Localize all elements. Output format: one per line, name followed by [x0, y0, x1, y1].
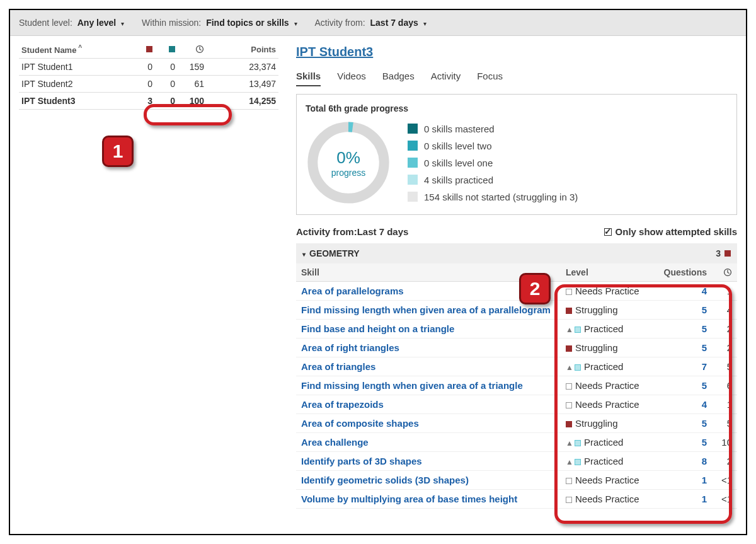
student-name-link[interactable]: IPT Student3	[296, 45, 737, 59]
tab-focus[interactable]: Focus	[477, 71, 503, 86]
cell-level: Needs Practice	[561, 490, 655, 509]
table-row: Identify parts of 3D shapes▲Practiced82	[296, 452, 737, 471]
level-icon	[566, 478, 572, 484]
skill-link[interactable]: Identify parts of 3D shapes	[301, 456, 422, 466]
section-header-geometry[interactable]: ▾GEOMETRY 3	[296, 243, 737, 263]
level-icon	[575, 440, 581, 446]
cell-time: 2	[712, 320, 737, 339]
cell-level: ▲Practiced	[561, 357, 655, 376]
table-row[interactable]: IPT Student2006113,497	[19, 76, 278, 93]
cell-struggling: 3	[132, 93, 155, 110]
skill-link[interactable]: Area of triangles	[301, 361, 375, 372]
table-row: Area of composite shapesStruggling55	[296, 414, 737, 433]
skill-link[interactable]: Area of composite shapes	[301, 418, 419, 429]
legend-mastered: 0 skills mastered	[408, 124, 578, 134]
col-struggling[interactable]	[132, 41, 155, 59]
cell-struggling: 0	[132, 76, 155, 93]
skills-table: Skill Level Questions Area of parallelog…	[296, 263, 737, 509]
sort-ascending-icon: ^	[76, 44, 82, 51]
cell-time: 1	[712, 395, 737, 414]
skill-link[interactable]: Area of trapezoids	[301, 399, 384, 410]
skill-link[interactable]: Find missing length when given area of a…	[301, 380, 523, 391]
cell-time: 4	[712, 301, 737, 320]
cell-level: ▲Practiced	[561, 452, 655, 471]
student-name: IPT Student3	[19, 93, 132, 110]
cell-questions: 5	[655, 320, 712, 339]
progress-sublabel: progress	[331, 168, 365, 178]
progress-card: Total 6th grade progress 0% progress	[296, 94, 737, 215]
legend-not-started: 154 skills not started (struggling in 3)	[408, 192, 578, 202]
progress-percent: 0%	[336, 148, 360, 168]
skill-link[interactable]: Identify geometric solids (3D shapes)	[301, 475, 469, 485]
table-row: Area of right trianglesStruggling52	[296, 339, 737, 357]
col-skill[interactable]: Skill	[296, 263, 561, 282]
col-level[interactable]: Level	[561, 263, 655, 282]
level-icon	[566, 383, 572, 390]
chevron-down-icon: ▾	[423, 20, 427, 27]
cell-level: Struggling	[561, 414, 655, 433]
table-row[interactable]: IPT Student10015923,374	[19, 59, 278, 76]
col-time[interactable]	[712, 263, 737, 282]
cell-questions: 4	[655, 282, 712, 301]
filter-value: Any level	[77, 18, 116, 28]
col-time[interactable]	[178, 41, 207, 59]
annotation-badge: 1	[102, 136, 134, 167]
skill-link[interactable]: Volume by multiplying area of base times…	[301, 494, 517, 504]
table-row: Volume by multiplying area of base times…	[296, 490, 737, 509]
filter-activity-from[interactable]: Activity from: Last 7 days ▾	[315, 18, 427, 28]
activity-from-label: Activity from:Last 7 days	[296, 226, 408, 237]
filter-label: Within mission:	[142, 18, 201, 28]
cell-level: Needs Practice	[561, 395, 655, 414]
tab-skills[interactable]: Skills	[296, 71, 321, 86]
cell-time: 1	[712, 282, 737, 301]
skill-link[interactable]: Find base and height on a triangle	[301, 323, 454, 334]
swatch-icon	[408, 124, 418, 134]
skill-link[interactable]: Area of parallelograms	[301, 286, 404, 296]
skill-link[interactable]: Area of right triangles	[301, 342, 399, 353]
cell-time: 159	[178, 59, 207, 76]
struggling-icon	[724, 250, 731, 257]
filter-value: Find topics or skills	[206, 18, 289, 28]
col-mastered[interactable]	[155, 41, 178, 59]
tab-activity[interactable]: Activity	[431, 71, 461, 86]
col-questions[interactable]: Questions	[655, 263, 712, 282]
filter-student-level[interactable]: Student level: Any level ▾	[19, 18, 124, 28]
cell-time: 61	[178, 76, 207, 93]
level-icon	[566, 289, 572, 295]
col-student-name[interactable]: Student Name ^	[19, 41, 132, 59]
swatch-icon	[408, 192, 418, 202]
table-row: Area challenge▲Practiced510	[296, 433, 737, 452]
filter-value: Last 7 days	[370, 18, 418, 28]
cell-questions: 5	[655, 301, 712, 320]
cell-time: 100	[178, 93, 207, 110]
student-name: IPT Student2	[19, 76, 132, 93]
cell-mastered: 0	[155, 59, 178, 76]
cell-mastered: 0	[155, 93, 178, 110]
level-icon	[566, 421, 572, 427]
legend-practiced: 4 skills practiced	[408, 175, 578, 185]
student-table: Student Name ^ Points IPT Student1001592…	[19, 41, 278, 110]
cell-questions: 4	[655, 395, 712, 414]
cell-questions: 5	[655, 339, 712, 357]
tab-videos[interactable]: Videos	[337, 71, 366, 86]
struggling-icon	[146, 46, 152, 52]
filter-bar: Student level: Any level ▾ Within missio…	[10, 10, 746, 36]
table-row[interactable]: IPT Student33010014,255	[19, 93, 278, 110]
cell-questions: 8	[655, 452, 712, 471]
filter-within-mission[interactable]: Within mission: Find topics or skills ▾	[142, 18, 297, 28]
cell-points: 23,374	[207, 59, 278, 76]
section-struggling-count: 3	[716, 248, 731, 258]
cell-time: <1	[712, 490, 737, 509]
student-name: IPT Student1	[19, 59, 132, 76]
cell-level: Needs Practice	[561, 282, 655, 301]
cell-time: 10	[712, 433, 737, 452]
cell-time: 2	[712, 339, 737, 357]
skill-link[interactable]: Find missing length when given area of a…	[301, 304, 551, 315]
tab-badges[interactable]: Badges	[382, 71, 415, 86]
level-icon	[575, 364, 581, 371]
cell-struggling: 0	[132, 59, 155, 76]
only-attempted-toggle[interactable]: Only show attempted skills	[604, 226, 737, 237]
col-points[interactable]: Points	[207, 41, 278, 59]
chevron-down-icon: ▾	[294, 20, 297, 27]
skill-link[interactable]: Area challenge	[301, 437, 369, 448]
